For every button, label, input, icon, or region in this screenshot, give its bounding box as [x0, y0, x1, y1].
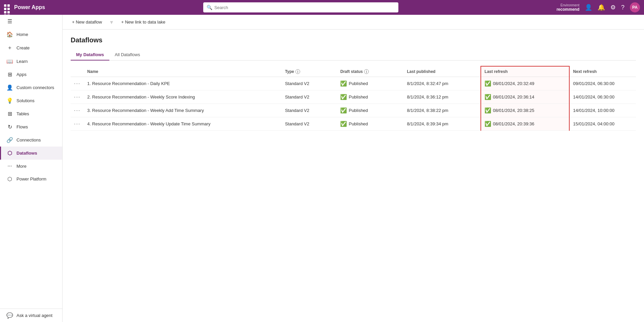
power-platform-icon: ⬡: [6, 176, 13, 182]
row-type: Standard V2: [282, 77, 337, 90]
action-bar: + New dataflow ▾ + New link to data lake: [63, 15, 644, 30]
row-more-button[interactable]: ···: [71, 117, 84, 131]
row-last-published: 8/1/2024, 8:36:12 pm: [404, 90, 481, 104]
dataflows-icon: ⬡: [6, 150, 13, 156]
sidebar-item-flows[interactable]: ↻ Flows: [0, 120, 62, 133]
draft-info-icon: i: [364, 69, 369, 74]
sidebar-item-ask-virtual-agent[interactable]: 💬 Ask a virtual agent: [0, 309, 62, 322]
row-last-published: 8/1/2024, 8:38:22 pm: [404, 104, 481, 117]
new-dataflow-button[interactable]: + New dataflow: [69, 18, 105, 26]
sidebar-item-connections[interactable]: 🔗 Connections: [0, 133, 62, 147]
sidebar-item-apps[interactable]: ⊞ Apps: [0, 68, 62, 81]
row-type: Standard V2: [282, 117, 337, 131]
sidebar-item-solutions[interactable]: 💡 Solutions: [0, 94, 62, 107]
row-name: 2. Resource Recommendation - Weekly Scor…: [84, 90, 282, 104]
more-icon: ···: [6, 163, 13, 169]
row-draft-status: ✅ Published: [337, 104, 403, 117]
row-more-button[interactable]: ···: [71, 104, 84, 117]
dropdown-arrow[interactable]: ▾: [110, 18, 113, 26]
new-link-button[interactable]: + New link to data lake: [118, 18, 168, 26]
sidebar-label-solutions: Solutions: [16, 98, 34, 103]
row-name: 1. Resource Recommendation - Daily KPE: [84, 77, 282, 90]
row-draft-status: ✅ Published: [337, 90, 403, 104]
sidebar: ☰ 🏠 Home ＋ Create 📖 Learn ⊞ Apps 👤 Custo…: [0, 15, 63, 322]
sidebar-item-home[interactable]: 🏠 Home: [0, 28, 62, 41]
row-name: 4. Resource Recommendation - Weekly Upda…: [84, 117, 282, 131]
apps-icon: ⊞: [6, 71, 13, 78]
sidebar-item-custom-connectors[interactable]: 👤 Custom connectors: [0, 81, 62, 94]
sidebar-item-power-platform[interactable]: ⬡ Power Platform: [0, 172, 62, 186]
row-more-button[interactable]: ···: [71, 77, 84, 90]
row-draft-status: ✅ Published: [337, 77, 403, 90]
settings-icon[interactable]: ⚙: [610, 4, 616, 11]
environment-name: recommend: [557, 7, 579, 12]
tab-all-dataflows[interactable]: All Dataflows: [109, 49, 145, 61]
row-last-refresh-value: 08/01/2024, 20:39:36: [493, 121, 534, 126]
row-last-refresh: ✅ 08/01/2024, 20:36:14: [481, 90, 569, 104]
environment-label: Environment: [561, 3, 579, 7]
topbar: Power Apps 🔍 Environment recommend 👤 🔔 ⚙…: [0, 0, 644, 15]
virtual-agent-icon: 💬: [6, 312, 13, 319]
status-published-icon: ✅: [340, 94, 347, 100]
row-draft-label: Published: [349, 94, 368, 99]
topbar-right: Environment recommend 👤 🔔 ⚙ ? PA: [557, 2, 640, 12]
home-icon: 🏠: [6, 31, 13, 38]
th-type: Type i: [282, 66, 337, 77]
connections-icon: 🔗: [6, 137, 13, 143]
th-last-published: Last published: [404, 66, 481, 77]
sidebar-label-tables: Tables: [16, 111, 29, 116]
status-published-icon: ✅: [340, 107, 347, 114]
row-draft-label: Published: [349, 81, 368, 86]
row-last-refresh-value: 08/01/2024, 20:36:14: [493, 94, 534, 99]
row-last-refresh-value: 08/01/2024, 20:38:25: [493, 108, 534, 113]
sidebar-label-more: More: [16, 164, 27, 169]
environment-info: Environment recommend: [557, 3, 579, 12]
avatar[interactable]: PA: [630, 2, 640, 12]
app-body: ☰ 🏠 Home ＋ Create 📖 Learn ⊞ Apps 👤 Custo…: [0, 15, 644, 322]
main-content: + New dataflow ▾ + New link to data lake…: [63, 15, 644, 322]
th-name: Name: [84, 66, 282, 77]
custom-connectors-icon: 👤: [6, 84, 13, 91]
new-dataflow-label: + New dataflow: [72, 19, 102, 25]
tab-my-dataflows[interactable]: My Dataflows: [71, 49, 109, 61]
row-last-published: 8/1/2024, 8:32:47 pm: [404, 77, 481, 90]
row-last-published: 8/1/2024, 8:39:34 pm: [404, 117, 481, 131]
row-next-refresh: 14/01/2024, 10:00:00: [569, 104, 636, 117]
row-name: 3. Resource Recommendation - Weekly Add …: [84, 104, 282, 117]
th-next-refresh: Next refresh: [569, 66, 636, 77]
th-more: [71, 66, 84, 77]
help-icon[interactable]: ?: [621, 4, 624, 11]
row-more-button[interactable]: ···: [71, 90, 84, 104]
row-next-refresh: 14/01/2024, 06:30:00: [569, 90, 636, 104]
sidebar-item-learn[interactable]: 📖 Learn: [0, 55, 62, 68]
grid-menu-icon[interactable]: [4, 4, 10, 10]
sidebar-label-apps: Apps: [16, 72, 27, 77]
sidebar-label-home: Home: [16, 32, 28, 37]
row-next-refresh: 09/01/2024, 06:30:00: [569, 77, 636, 90]
search-box[interactable]: 🔍: [203, 2, 398, 12]
refresh-status-icon: ✅: [485, 94, 491, 100]
sidebar-item-tables[interactable]: ⊞ Tables: [0, 107, 62, 120]
type-info-icon: i: [295, 69, 300, 74]
solutions-icon: 💡: [6, 97, 13, 104]
sidebar-label-create: Create: [16, 45, 30, 50]
sidebar-item-more[interactable]: ··· More: [0, 160, 62, 172]
row-last-refresh: ✅ 08/01/2024, 20:32:49: [481, 77, 569, 90]
row-type: Standard V2: [282, 90, 337, 104]
sidebar-label-connections: Connections: [16, 137, 41, 143]
table-row: ··· 3. Resource Recommendation - Weekly …: [71, 104, 636, 117]
sidebar-item-create[interactable]: ＋ Create: [0, 41, 62, 55]
flows-icon: ↻: [6, 124, 13, 130]
sidebar-label-power-platform: Power Platform: [16, 176, 46, 182]
learn-icon: 📖: [6, 58, 13, 65]
row-draft-label: Published: [349, 108, 368, 113]
search-input[interactable]: [214, 5, 395, 10]
notification-icon[interactable]: 🔔: [598, 4, 605, 11]
sidebar-item-dataflows[interactable]: ⬡ Dataflows: [0, 147, 62, 160]
table-row: ··· 1. Resource Recommendation - Daily K…: [71, 77, 636, 90]
app-title: Power Apps: [14, 4, 45, 10]
row-draft-label: Published: [349, 121, 368, 126]
sidebar-bottom: 💬 Ask a virtual agent: [0, 309, 62, 322]
row-draft-status: ✅ Published: [337, 117, 403, 131]
sidebar-label-flows: Flows: [16, 124, 28, 129]
